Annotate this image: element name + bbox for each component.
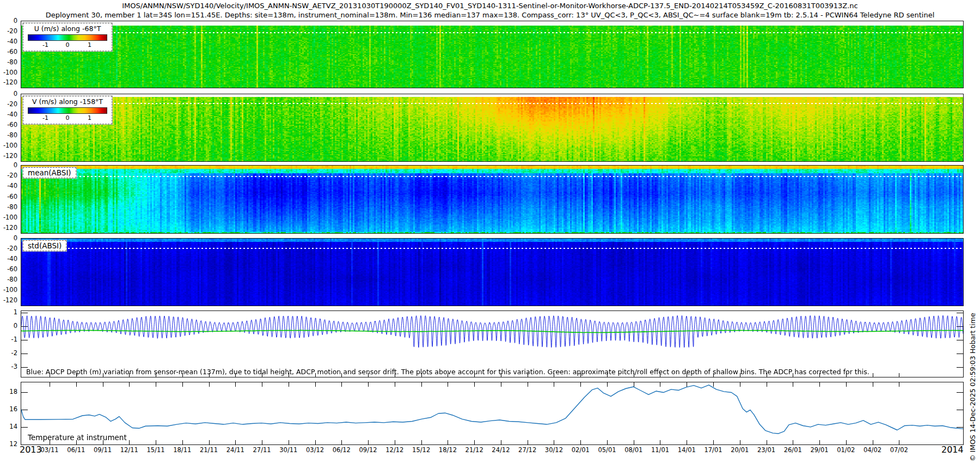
colorbar-tick-label: 1: [88, 114, 91, 121]
date-tick-label: 06/11: [67, 446, 85, 454]
figure-title-filename: IMOS/ANMN/NSW/SYD140/Velocity/IMOS_ANMN-…: [0, 2, 980, 10]
date-tick-label: 15/11: [146, 446, 164, 454]
temperature-y-axis: 18161412: [0, 382, 19, 444]
axis-tick-label: -60: [7, 48, 17, 56]
axis-tick-label: -3: [11, 363, 17, 370]
axis-tick-label: 0: [14, 17, 17, 25]
axis-tick-label: 14: [9, 423, 17, 430]
v-depth-axis: 0-20-40-60-80-100-120: [0, 94, 19, 161]
adcp-figure: IMOS/ANMN/NSW/SYD140/Velocity/IMOS_ANMN-…: [0, 0, 980, 463]
u-depth-axis: 0-20-40-60-80-100-120: [0, 21, 19, 87]
v-colorbar-ticks: -101: [27, 114, 108, 122]
mean-absi-label: mean(ABSI): [23, 167, 76, 178]
v-velocity-panel: [21, 94, 964, 162]
date-tick-label: 07/02: [890, 446, 908, 454]
axis-tick-label: -40: [7, 182, 17, 190]
u-velocity-panel: [21, 21, 964, 88]
date-tick-label: 12/12: [385, 446, 403, 454]
axis-tick-label: -100: [3, 142, 17, 149]
axis-tick-label: -120: [3, 78, 17, 86]
axis-tick-label: -40: [7, 255, 17, 263]
end-year-label: 2014: [941, 444, 964, 455]
axis-tick-label: -80: [7, 203, 17, 211]
date-tick-label: 14/01: [678, 446, 696, 454]
axis-tick-label: -100: [3, 69, 17, 76]
depth-variation-y-axis: 10-1-2-3: [0, 310, 19, 376]
std-absi-heatmap: [21, 239, 963, 306]
u-colorbar-ticks: -101: [27, 41, 108, 49]
std-absi-panel: [21, 238, 964, 306]
mean-absi-depth-axis: 0-20-40-60-80-100-120: [0, 165, 19, 233]
date-tick-label: 24/12: [492, 446, 510, 454]
u-legend-title: U (m/s) along -68°T: [27, 25, 108, 33]
v-legend-title: V (m/s) along -158°T: [27, 98, 108, 106]
axis-tick-label: -40: [7, 111, 17, 118]
u-legend: U (m/s) along -68°T -101: [23, 23, 112, 51]
colorbar-tick-label: 1: [88, 41, 91, 48]
date-tick-label: 04/02: [863, 446, 881, 454]
axis-tick-label: -60: [7, 121, 17, 129]
date-tick-label: 30/11: [279, 446, 297, 454]
mean-absi-heatmap: [21, 166, 963, 233]
std-absi-depth-axis: 0-20-40-60-80-100-120: [0, 238, 19, 305]
std-absi-label: std(ABSI): [23, 240, 66, 251]
axis-tick-label: -40: [7, 38, 17, 45]
date-tick-label: 15/12: [412, 446, 430, 454]
date-tick-label: 21/11: [200, 446, 218, 454]
axis-tick-label: -80: [7, 131, 17, 139]
colorbar-tick-label: 0: [66, 41, 70, 48]
date-tick-label: 11/01: [651, 446, 669, 454]
axis-tick-label: -20: [7, 245, 17, 252]
date-tick-label: 18/12: [439, 446, 457, 454]
axis-tick-label: -120: [3, 296, 17, 304]
date-tick-label: 18/11: [173, 446, 191, 454]
axis-tick-label: -20: [7, 172, 17, 179]
colorbar-tick-label: -1: [42, 114, 48, 121]
axis-tick-label: -100: [3, 286, 17, 294]
axis-tick-label: 18: [9, 388, 17, 395]
axis-tick-label: 1: [14, 308, 17, 316]
axis-tick-label: 0: [14, 90, 17, 98]
axis-tick-label: -20: [7, 100, 17, 108]
u-colorbar: [28, 34, 107, 41]
date-tick-label: 09/11: [94, 446, 112, 454]
imos-watermark: © IMOS 14-Dec-2025 02:59:03 Hobart time: [969, 313, 977, 461]
axis-tick-label: 0: [14, 234, 17, 242]
axis-tick-label: -60: [7, 193, 17, 200]
date-tick-label: 17/01: [704, 446, 722, 454]
date-tick-label: 03/11: [40, 446, 58, 454]
axis-tick-label: -100: [3, 214, 17, 221]
v-colorbar: [28, 107, 107, 114]
date-tick-label: 24/11: [226, 446, 244, 454]
axis-tick-label: -20: [7, 27, 17, 35]
date-tick-label: 02/01: [572, 446, 590, 454]
axis-tick-label: -80: [7, 276, 17, 283]
u-velocity-heatmap: [21, 21, 963, 88]
v-legend: V (m/s) along -158°T -101: [23, 96, 112, 124]
axis-tick-label: 0: [14, 322, 17, 330]
mean-absi-panel: [21, 165, 964, 234]
figure-title-deployment-info: Deployment 30, member 1 lat=34S lon=151.…: [0, 11, 980, 19]
start-year-label: 2013: [20, 444, 42, 455]
axis-tick-label: -2: [11, 349, 17, 357]
colorbar-tick-label: 0: [66, 114, 70, 121]
depth-variation-plot: [21, 311, 963, 377]
axis-tick-label: 16: [9, 405, 17, 413]
axis-tick-label: -1: [11, 336, 17, 343]
temperature-panel: Temperature at instrument: [21, 382, 964, 445]
date-tick-label: 27/11: [253, 446, 271, 454]
date-tick-label: 05/01: [598, 446, 616, 454]
axis-tick-label: -60: [7, 265, 17, 273]
axis-tick-label: 0: [14, 161, 17, 169]
date-tick-label: 21/12: [465, 446, 483, 454]
date-tick-label: 29/01: [810, 446, 828, 454]
depth-variation-annotation: Blue: ADCP Depth (m) variation from sens…: [26, 368, 869, 376]
date-axis: 03/1106/1109/1112/1115/1118/1121/1124/11…: [0, 446, 980, 456]
date-tick-label: 20/01: [731, 446, 749, 454]
v-velocity-heatmap: [21, 94, 963, 161]
axis-tick-label: -120: [3, 152, 17, 160]
temperature-label: Temperature at instrument: [28, 433, 127, 442]
depth-variation-panel: Blue: ADCP Depth (m) variation from sens…: [21, 310, 964, 377]
date-tick-label: 09/12: [359, 446, 377, 454]
axis-tick-label: -120: [3, 224, 17, 232]
